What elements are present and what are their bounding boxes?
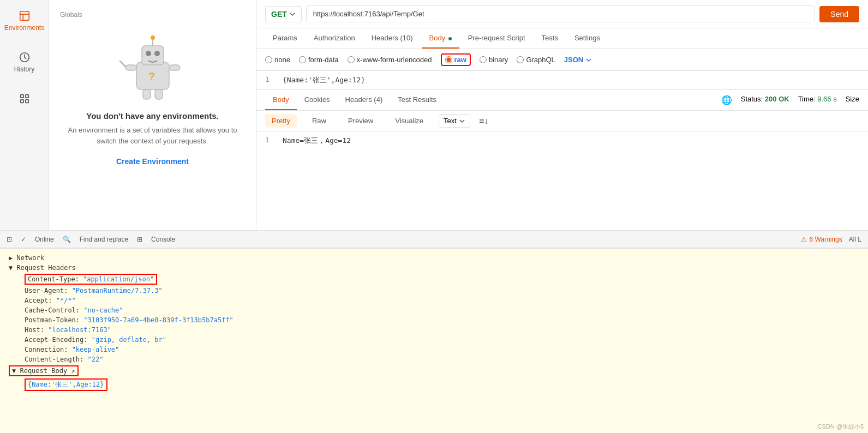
svg-point-8: [146, 51, 151, 56]
request-body-editor[interactable]: 1 {Name:'张三',Age:12}: [256, 71, 868, 90]
resp-btn-preview[interactable]: Preview: [342, 114, 380, 128]
console-accept: Accept: "*/*": [9, 297, 859, 304]
radio-binary[interactable]: binary: [480, 56, 508, 64]
method-select[interactable]: GET: [265, 6, 302, 22]
sidebar-item-history[interactable]: History: [10, 47, 39, 77]
request-body-highlighted: ▼ Request Body ↗: [9, 365, 79, 376]
user-agent-val: "PostmanRuntime/7.37.3": [72, 287, 163, 294]
radio-urlencoded[interactable]: x-www-form-urlencoded: [348, 56, 432, 64]
accept-encoding-val: "gzip, deflate, br": [92, 336, 166, 344]
resp-btn-visualize[interactable]: Visualize: [388, 114, 430, 128]
layout-icon[interactable]: ⊡: [7, 236, 12, 243]
tab-settings[interactable]: Settings: [567, 28, 608, 49]
create-environment-button[interactable]: Create Environment: [116, 157, 189, 166]
radio-raw[interactable]: raw: [441, 53, 471, 66]
network-toggle[interactable]: ▶ Network: [9, 254, 859, 262]
console-postman-token: Postman-Token: "3103f950-7a69-4be8-839f-…: [9, 316, 859, 324]
console-user-agent: User-Agent: "PostmanRuntime/7.37.3": [9, 287, 859, 294]
request-body-val: {Name:'张三',Age:12}: [28, 381, 104, 388]
tab-body[interactable]: Body: [422, 28, 459, 49]
online-label: Online: [35, 236, 54, 243]
env-empty-title: You don't have any environments.: [86, 111, 219, 121]
all-logs-label[interactable]: All L: [849, 236, 861, 243]
console-label[interactable]: Console: [151, 236, 175, 243]
postman-token-val: "3103f950-7a69-4be8-839f-3f13b5b7a5ff": [83, 316, 234, 324]
console-request-headers: ▼ Request Headers: [9, 264, 859, 272]
url-bar: GET Send: [256, 0, 868, 28]
sidebar-environments-label: Environments: [4, 24, 44, 32]
resp-tab-test-results[interactable]: Test Results: [390, 90, 444, 110]
response-tabs: Body Cookies Headers (4) Test Results 🌐 …: [256, 90, 868, 111]
radio-form-data[interactable]: form-data: [299, 56, 339, 64]
format-label: JSON: [564, 56, 583, 64]
warnings-badge[interactable]: ⚠ 6 Warnings: [801, 236, 842, 243]
tab-params[interactable]: Params: [265, 28, 305, 49]
sidebar: Environments History: [0, 0, 49, 230]
format-select[interactable]: JSON: [564, 56, 592, 64]
host-val: "localhost:7163": [48, 326, 111, 334]
resp-tab-headers[interactable]: Headers (4): [338, 90, 391, 110]
content-length-val: "22": [88, 356, 104, 363]
svg-line-16: [120, 61, 125, 67]
env-panel-title: Globals: [60, 11, 82, 19]
sort-icon[interactable]: ≡↓: [479, 116, 488, 126]
response-body: 1 Name=张三，Age=12: [256, 131, 868, 230]
request-headers-toggle[interactable]: ▼ Request Headers: [9, 264, 859, 272]
resp-btn-raw[interactable]: Raw: [306, 114, 333, 128]
text-format-select[interactable]: Text: [439, 114, 470, 128]
accept-key: Accept:: [25, 297, 52, 304]
tab-authorization[interactable]: Authorization: [306, 28, 363, 49]
method-label: GET: [271, 10, 287, 19]
svg-rect-12: [125, 65, 136, 70]
tab-tests[interactable]: Tests: [534, 28, 566, 49]
request-body-toggle[interactable]: ▼ Request Body ↗: [12, 367, 75, 375]
content-length-key: Content-Length:: [25, 356, 83, 363]
response-size-label: Size: [846, 95, 859, 105]
content-type-highlighted: Content-Type: "application/json": [25, 274, 157, 285]
console-connection: Connection: "keep-alive": [9, 346, 859, 353]
bottom-bar-right: ⚠ 6 Warnings All L: [801, 236, 861, 243]
svg-rect-14: [143, 89, 151, 99]
history-icon: [19, 51, 31, 63]
url-input[interactable]: [306, 5, 816, 22]
console-request-body-value: {Name:'张三',Age:12}: [9, 378, 859, 391]
chevron-down-icon: [585, 57, 592, 63]
console-host: Host: "localhost:7163": [9, 326, 859, 334]
console-request-body-section: ▼ Request Body ↗: [9, 365, 859, 376]
tab-headers[interactable]: Headers (10): [364, 28, 421, 49]
radio-graphql[interactable]: GraphQL: [517, 56, 555, 64]
connection-val: "keep-alive": [72, 346, 119, 353]
code-line-1: 1 {Name:'张三',Age:12}: [265, 75, 859, 85]
watermark: CSDN @生战小5: [817, 423, 864, 431]
request-body-value-highlighted: {Name:'张三',Age:12}: [25, 378, 107, 391]
text-format-label: Text: [444, 117, 457, 125]
body-dot: [448, 37, 452, 40]
svg-rect-3: [25, 95, 28, 98]
accept-encoding-key: Accept-Encoding:: [25, 336, 88, 344]
sidebar-item-collections[interactable]: [14, 88, 35, 109]
status-code: 200 OK: [765, 95, 789, 103]
resp-tab-body[interactable]: Body: [265, 90, 297, 110]
cache-control-key: Cache-Control:: [25, 306, 80, 314]
find-replace-label[interactable]: Find and replace: [80, 236, 128, 243]
console-accept-encoding: Accept-Encoding: "gzip, deflate, br": [9, 336, 859, 344]
resp-line-1: 1 Name=张三，Age=12: [265, 136, 859, 146]
svg-rect-2: [20, 95, 23, 98]
sidebar-item-environments[interactable]: Environments: [0, 5, 49, 36]
collections-icon: [19, 93, 31, 105]
user-agent-key: User-Agent:: [25, 287, 68, 294]
tab-pre-request[interactable]: Pre-request Script: [460, 28, 533, 49]
resp-tab-cookies[interactable]: Cookies: [297, 90, 338, 110]
svg-rect-5: [25, 100, 28, 103]
console-network: ▶ Network: [9, 254, 859, 262]
request-tabs: Params Authorization Headers (10) Body P…: [256, 28, 868, 49]
console-content-length: Content-Length: "22": [9, 356, 859, 363]
resp-btn-pretty[interactable]: Pretty: [265, 114, 297, 128]
response-time: 9.66 s: [817, 95, 836, 103]
send-button[interactable]: Send: [819, 6, 859, 22]
environments-icon: [19, 10, 31, 22]
console-content-type: Content-Type: "application/json": [9, 274, 859, 285]
radio-none[interactable]: none: [265, 56, 290, 64]
environments-panel: Globals: [49, 0, 256, 230]
connection-key: Connection:: [25, 346, 68, 353]
